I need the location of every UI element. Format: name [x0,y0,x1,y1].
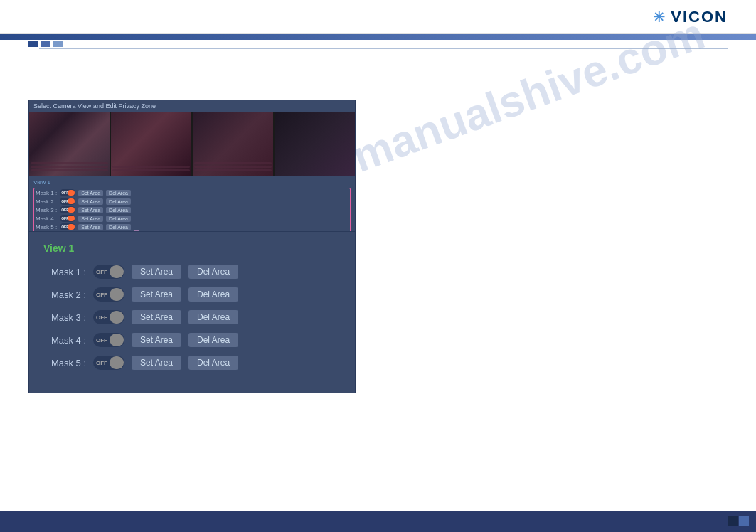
small-mask-2-label: Mask 2 : [36,198,57,205]
top-bar-squares [28,41,63,47]
top-accent-bar [0,34,756,40]
large-mask-row-3: Mask 3 : OFF Set Area Del Area [43,310,341,324]
large-mask-row-1: Mask 1 : OFF Set Area Del Area [43,265,341,279]
small-view-title: View 1 [33,179,351,186]
large-mask-2-set-btn[interactable]: Set Area [132,287,181,302]
small-mask-row-2: Mask 2 : OFF Set Area Del Area [36,198,348,205]
bottom-squares [728,516,749,526]
main-content: Select Camera View and Edit Privacy Zone [28,57,728,496]
large-mask-4-toggle[interactable]: OFF [93,333,124,347]
large-toggle-3-knob [110,311,124,324]
small-toggle-3-knob [68,207,75,213]
square-3 [53,41,63,47]
large-mask-3-label: Mask 3 : [43,312,86,323]
camera-image-3 [193,112,273,176]
camera-cell-1[interactable] [29,112,111,176]
large-mask-3-toggle[interactable]: OFF [93,310,124,324]
small-toggle-1-knob [68,190,75,196]
small-mask-3-del-btn[interactable]: Del Area [106,207,131,213]
large-toggle-3-off-text: OFF [96,314,107,321]
camera-grid [29,112,355,176]
large-toggle-2-knob [110,288,124,301]
connector-line [137,230,137,336]
small-mask-3-set-btn[interactable]: Set Area [78,207,103,213]
large-mask-row-2: Mask 2 : OFF Set Area Del Area [43,287,341,302]
small-mask-2-toggle[interactable]: OFF [60,198,75,205]
small-mask-highlight-box: Mask 1 : OFF Set Area Del Area Mask 2 : … [33,188,351,233]
large-mask-4-del-btn[interactable]: Del Area [188,333,238,347]
large-mask-3-del-btn[interactable]: Del Area [188,310,238,324]
large-view-title: View 1 [43,243,341,254]
large-mask-2-label: Mask 2 : [43,289,86,300]
camera-image-4 [275,112,355,176]
camera-cell-4[interactable] [275,112,355,176]
large-mask-1-del-btn[interactable]: Del Area [188,265,238,279]
large-mask-1-label: Mask 1 : [43,267,86,277]
small-mask-row-1: Mask 1 : OFF Set Area Del Area [36,189,348,196]
large-toggle-5-off-text: OFF [96,360,107,366]
small-mask-5-label: Mask 5 : [36,224,57,230]
small-mask-4-del-btn[interactable]: Del Area [106,216,131,222]
large-mask-2-del-btn[interactable]: Del Area [188,287,238,302]
large-toggle-1-knob [110,265,124,278]
large-toggle-2-off-text: OFF [96,292,107,298]
bottom-square-1 [728,516,738,526]
small-mask-1-del-btn[interactable]: Del Area [106,190,131,196]
small-mask-2-set-btn[interactable]: Set Area [78,198,103,205]
logo-asterisk: ✳ [653,9,666,26]
small-toggle-2-knob [68,198,75,204]
square-2 [41,41,50,47]
small-mask-4-toggle[interactable]: OFF [60,215,75,222]
large-toggle-4-knob [110,334,124,346]
small-mask-4-label: Mask 4 : [36,216,57,222]
large-mask-5-del-btn[interactable]: Del Area [188,356,238,370]
large-mask-row-5: Mask 5 : OFF Set Area Del Area [43,356,341,370]
small-view-panel: View 1 Mask 1 : OFF Set Area Del Area Ma… [29,176,355,236]
small-mask-5-toggle[interactable]: OFF [60,223,75,230]
large-mask-1-set-btn[interactable]: Set Area [132,265,181,279]
small-mask-4-set-btn[interactable]: Set Area [78,216,103,222]
large-mask-row-4: Mask 4 : OFF Set Area Del Area [43,333,341,347]
large-toggle-4-off-text: OFF [96,337,107,344]
large-toggle-1-off-text: OFF [96,269,107,275]
small-panel: Select Camera View and Edit Privacy Zone [28,100,356,237]
small-toggle-5-knob [68,224,75,230]
large-mask-4-set-btn[interactable]: Set Area [132,333,181,347]
small-toggle-4-knob [68,216,75,221]
camera-cell-3[interactable] [193,112,275,176]
small-mask-3-toggle[interactable]: OFF [60,206,75,213]
logo-text: VICON [671,8,728,26]
large-mask-3-set-btn[interactable]: Set Area [132,310,181,324]
bottom-bar [0,511,756,532]
camera-cell-2[interactable] [111,112,193,176]
header: ✳ VICON [0,0,756,34]
small-mask-row-3: Mask 3 : OFF Set Area Del Area [36,206,348,213]
large-mask-1-toggle[interactable]: OFF [93,265,124,279]
small-mask-5-set-btn[interactable]: Set Area [78,224,103,230]
large-mask-4-label: Mask 4 : [43,335,86,346]
small-mask-2-del-btn[interactable]: Del Area [106,198,131,205]
large-mask-5-set-btn[interactable]: Set Area [132,356,181,370]
camera-image-1 [29,112,110,176]
small-mask-5-del-btn[interactable]: Del Area [106,224,131,230]
large-mask-5-toggle[interactable]: OFF [93,356,124,370]
large-panel: View 1 Mask 1 : OFF Set Area Del Area Ma… [28,231,356,393]
vicon-logo: ✳ VICON [653,8,728,26]
small-mask-1-set-btn[interactable]: Set Area [78,190,103,196]
small-mask-1-label: Mask 1 : [36,190,57,196]
small-mask-row-5: Mask 5 : OFF Set Area Del Area [36,223,348,230]
bottom-square-2 [739,516,749,526]
horizontal-rule [39,48,728,49]
square-1 [28,41,38,47]
small-panel-title: Select Camera View and Edit Privacy Zone [29,100,355,112]
large-mask-5-label: Mask 5 : [43,358,86,368]
camera-image-2 [111,112,191,176]
small-mask-1-toggle[interactable]: OFF [60,189,75,196]
small-mask-row-4: Mask 4 : OFF Set Area Del Area [36,215,348,222]
small-mask-3-label: Mask 3 : [36,207,57,213]
large-toggle-5-knob [110,356,124,369]
large-mask-2-toggle[interactable]: OFF [93,287,124,302]
